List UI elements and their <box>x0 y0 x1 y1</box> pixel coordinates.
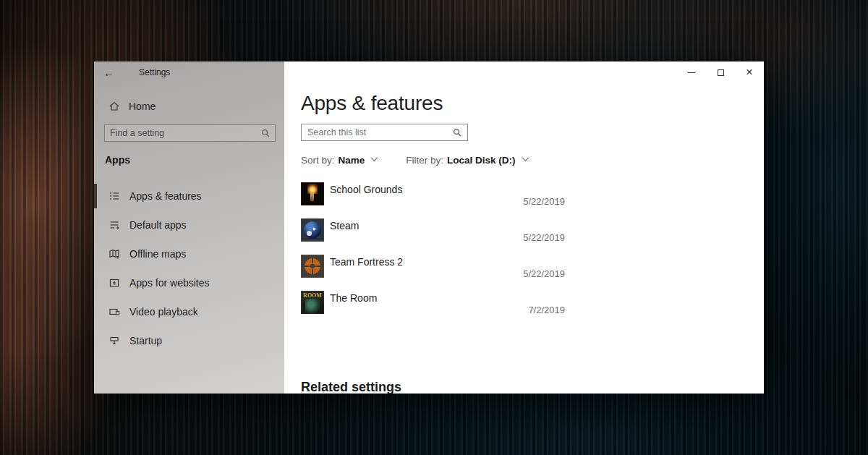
search-icon <box>453 128 461 137</box>
sidebar-item-home[interactable]: Home <box>109 99 284 114</box>
chevron-down-icon[interactable] <box>371 154 378 161</box>
maximize-icon <box>718 69 724 76</box>
sidebar-item-apps-features[interactable]: Apps & features <box>94 182 284 211</box>
startup-icon <box>109 335 120 346</box>
close-icon: × <box>746 67 752 78</box>
sidebar-search-box <box>104 124 276 142</box>
app-install-date: 7/2/2019 <box>301 305 565 315</box>
sidebar-item-label: Offline maps <box>129 248 186 260</box>
app-install-date: 5/22/2019 <box>301 268 565 279</box>
window-controls: × <box>677 61 764 83</box>
app-install-date: 5/22/2019 <box>301 196 565 207</box>
chevron-down-icon[interactable] <box>522 154 529 161</box>
minimize-icon <box>688 72 695 73</box>
home-icon <box>109 101 120 112</box>
app-row-school-grounds[interactable]: School Grounds 5/22/2019 <box>301 182 590 218</box>
filter-by-value[interactable]: Local Disk (D:) <box>447 155 516 166</box>
app-row-steam[interactable]: Steam 5/22/2019 <box>301 218 590 254</box>
offline-maps-icon <box>109 248 120 260</box>
sidebar-titlebar: ← Settings <box>94 61 284 83</box>
back-button[interactable]: ← <box>103 64 124 80</box>
sidebar-section-header: Apps <box>105 154 130 166</box>
close-button[interactable]: × <box>735 61 764 83</box>
sort-filter-row: Sort by: Name Filter by: Local Disk (D:) <box>301 155 528 166</box>
window-title: Settings <box>139 67 170 77</box>
filter-by-label: Filter by: <box>406 155 443 166</box>
app-name: Steam <box>330 220 359 231</box>
installed-apps-list: School Grounds 5/22/2019 Steam 5/22/2019… <box>301 182 590 326</box>
settings-sidebar: ← Settings Home Apps <box>94 61 284 394</box>
app-row-the-room[interactable]: ROOM The Room 7/2/2019 <box>301 290 590 326</box>
apps-for-websites-icon <box>109 277 120 289</box>
sidebar-item-startup[interactable]: Startup <box>94 326 284 355</box>
app-row-team-fortress-2[interactable]: Team Fortress 2 5/22/2019 <box>301 254 590 290</box>
related-settings-heading: Related settings <box>301 380 401 395</box>
minimize-button[interactable] <box>677 61 706 83</box>
sidebar-item-label: Apps for websites <box>129 277 210 289</box>
sidebar-item-label: Default apps <box>129 219 187 231</box>
list-icon <box>109 190 120 202</box>
video-playback-icon <box>109 306 120 318</box>
sidebar-item-offline-maps[interactable]: Offline maps <box>94 239 284 268</box>
sort-by-value[interactable]: Name <box>339 155 365 166</box>
back-arrow-icon: ← <box>103 67 114 79</box>
room-logo-text: ROOM <box>301 292 324 298</box>
page-title: Apps & features <box>301 92 443 115</box>
sidebar-item-default-apps[interactable]: Default apps <box>94 211 284 239</box>
settings-window: ← Settings Home Apps <box>94 61 764 394</box>
default-apps-icon <box>109 219 120 231</box>
sidebar-item-video-playback[interactable]: Video playback <box>94 297 284 326</box>
desktop-background: ← Settings Home Apps <box>0 0 868 455</box>
app-name: Team Fortress 2 <box>330 256 403 268</box>
sort-by-label: Sort by: <box>301 155 335 166</box>
app-install-date: 5/22/2019 <box>301 232 565 243</box>
sidebar-item-label: Startup <box>129 335 162 346</box>
list-search-box <box>301 124 468 141</box>
home-label: Home <box>129 101 156 112</box>
sidebar-nav: Apps & features Default apps Offlin <box>94 182 284 355</box>
find-a-setting-input[interactable] <box>110 128 261 138</box>
sidebar-item-apps-for-websites[interactable]: Apps for websites <box>94 268 284 297</box>
sidebar-item-label: Apps & features <box>129 190 202 202</box>
app-name: School Grounds <box>330 184 402 195</box>
app-name: The Room <box>330 292 377 304</box>
apps-features-page: × Apps & features Sort by: Name Filter b… <box>284 61 764 394</box>
sidebar-item-label: Video playback <box>129 306 198 318</box>
search-icon <box>261 129 270 137</box>
search-this-list-input[interactable] <box>307 127 453 137</box>
maximize-button[interactable] <box>706 61 735 83</box>
